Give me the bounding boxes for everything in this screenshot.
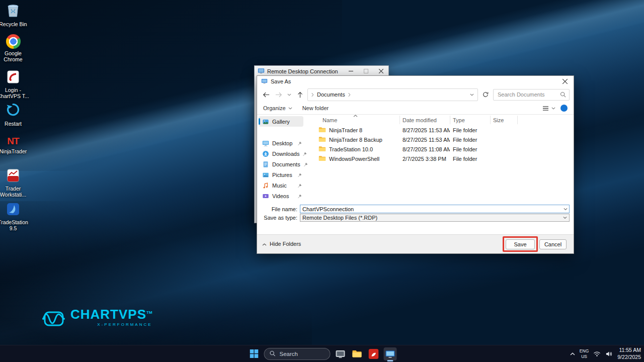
file-name-input[interactable] [300, 205, 570, 213]
music-icon [262, 182, 269, 189]
back-icon[interactable] [261, 89, 271, 100]
minimize-icon[interactable] [343, 66, 358, 76]
desktop-icon-login-chartvps[interactable]: Login - ChartVPS T... [0, 70, 29, 99]
chartvps-logo-icon [42, 308, 65, 332]
dialog-title: Save As [271, 78, 291, 84]
language-line1: ENG [580, 348, 589, 353]
sidebar-item-label: Documents [272, 161, 300, 167]
network-icon[interactable] [593, 351, 601, 357]
volume-icon[interactable] [605, 351, 613, 357]
taskbar-app-red-icon[interactable] [367, 347, 380, 360]
hide-folders-button[interactable]: Hide Folders [262, 241, 301, 247]
save-as-type-dropdown[interactable]: Remote Desktop Files (*.RDP) [300, 214, 570, 222]
desktop-icon-google-chrome[interactable]: Google Chrome [0, 34, 29, 62]
desktop-icon-restart[interactable]: Restart [0, 102, 29, 127]
maximize-icon[interactable] [358, 66, 373, 76]
column-header-name[interactable]: Name [305, 117, 399, 123]
search-box[interactable] [493, 89, 570, 101]
address-dropdown-chevron-icon[interactable] [470, 94, 474, 96]
start-button[interactable] [248, 347, 261, 360]
file-name: WindowsPowerShell [329, 156, 379, 162]
sidebar-item-gallery[interactable]: Gallery [259, 116, 303, 127]
sidebar-item-desktop[interactable]: Desktop [257, 138, 305, 148]
save-as-dialog: Save As Documents [257, 75, 574, 254]
up-icon[interactable] [295, 89, 305, 100]
chartvps-logo-title: CHARTVPSTM [70, 308, 152, 321]
sort-ascending-icon [353, 115, 358, 117]
desktop-icon-label: Recycle Bin [0, 21, 27, 27]
new-folder-button[interactable]: New folder [302, 105, 329, 111]
sidebar-item-documents[interactable]: Documents [257, 159, 305, 169]
rdc-title-bar[interactable]: Remote Desktop Connection [255, 66, 388, 76]
language-indicator[interactable]: ENG US [580, 348, 589, 359]
breadcrumb-folder[interactable]: Documents [317, 92, 345, 98]
help-icon[interactable] [560, 105, 568, 112]
sidebar-item-pictures[interactable]: Pictures [257, 169, 305, 180]
save-button[interactable]: Save [506, 239, 535, 249]
refresh-icon[interactable] [480, 89, 491, 100]
restart-icon [6, 102, 21, 119]
taskbar: ENG US 11:55 AM 9/22/2025 [0, 345, 644, 362]
dialog-title-bar: Save As [257, 76, 574, 87]
close-icon[interactable] [556, 76, 574, 87]
login-chartvps-icon [7, 70, 19, 85]
column-header-type[interactable]: Type [450, 117, 490, 123]
file-row[interactable]: NinjaTrader 8 Backup 8/27/2025 11:53 AM … [305, 135, 574, 144]
sidebar-item-label: Videos [272, 193, 289, 199]
chevron-down-icon[interactable] [564, 208, 568, 210]
column-header-date-modified[interactable]: Date modified [399, 117, 450, 123]
file-row[interactable]: WindowsPowerShell 2/7/2025 3:38 PM File … [305, 154, 574, 163]
navigation-pane: Gallery Desktop Downloads [257, 115, 305, 202]
desktop-icon-label: NinjaTrader [0, 148, 27, 154]
column-header-size[interactable]: Size [490, 117, 517, 123]
column-divider[interactable] [450, 116, 450, 124]
breadcrumb[interactable]: Documents [307, 88, 478, 101]
file-date: 8/27/2025 11:53 AM [399, 127, 450, 133]
pin-icon [297, 141, 302, 146]
file-type: File folder [450, 137, 490, 143]
file-date: 8/27/2025 11:08 AM [399, 146, 450, 152]
file-name: NinjaTrader 8 [329, 127, 362, 133]
desktop-icon-trader-workstation[interactable]: Trader Workstati... [0, 169, 29, 198]
chevron-right-icon[interactable] [348, 93, 351, 97]
sidebar-item-downloads[interactable]: Downloads [257, 148, 305, 159]
column-divider[interactable] [399, 116, 400, 124]
column-divider[interactable] [490, 116, 491, 124]
organize-button[interactable]: Organize [263, 105, 292, 111]
file-row[interactable]: NinjaTrader 8 8/27/2025 11:53 AM File fo… [305, 125, 574, 135]
desktop-icon-recycle-bin[interactable]: Recycle Bin [0, 3, 29, 27]
cancel-button[interactable]: Cancel [539, 239, 567, 249]
chevron-down-icon [563, 217, 567, 219]
clock[interactable]: 11:55 AM 9/22/2025 [617, 347, 641, 360]
search-icon [270, 349, 276, 358]
navigation-bar: Documents [257, 87, 574, 102]
gallery-icon [262, 118, 269, 125]
recycle-bin-icon [7, 3, 20, 20]
file-explorer-icon[interactable] [351, 347, 364, 360]
new-folder-label: New folder [302, 105, 329, 111]
close-icon[interactable] [373, 66, 388, 76]
downloads-icon [262, 150, 269, 157]
desktop-icon-tradestation[interactable]: TradeStation 9.5 [0, 203, 29, 231]
sidebar-item-label: Desktop [272, 140, 292, 146]
clock-time: 11:55 AM [619, 347, 641, 353]
recent-locations-chevron-icon[interactable] [286, 89, 292, 100]
taskbar-search-input[interactable] [279, 350, 325, 357]
file-row[interactable]: TradeStation 10.0 8/27/2025 11:08 AM Fil… [305, 144, 574, 154]
hidden-icons-chevron-icon[interactable] [570, 352, 575, 355]
search-input[interactable] [497, 91, 558, 98]
sidebar-item-music[interactable]: Music [257, 180, 305, 191]
command-bar: Organize New folder [257, 102, 574, 115]
sidebar-item-videos[interactable]: Videos [257, 191, 305, 201]
save-as-type-row: Save as type: Remote Desktop Files (*.RD… [257, 214, 574, 222]
folder-icon [318, 146, 326, 153]
remote-desktop-icon[interactable] [384, 347, 397, 360]
taskbar-search-box[interactable] [264, 348, 331, 360]
file-type: File folder [450, 156, 490, 162]
desktop-icon-ninjatrader[interactable]: NT NinjaTrader [0, 136, 29, 154]
view-options-button[interactable] [542, 106, 555, 111]
sidebar-item-label: Downloads [272, 151, 299, 157]
column-divider[interactable] [517, 116, 518, 124]
forward-icon[interactable] [274, 89, 284, 100]
taskbar-app-monitor-icon[interactable] [334, 347, 347, 360]
